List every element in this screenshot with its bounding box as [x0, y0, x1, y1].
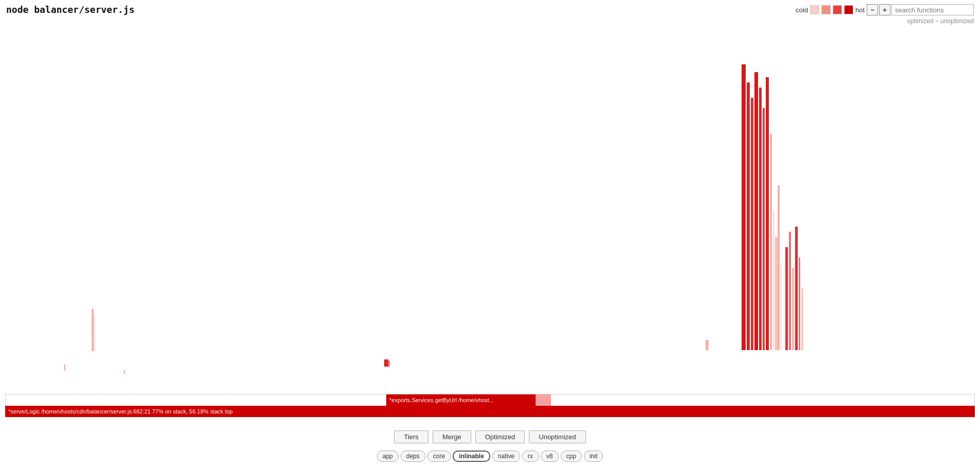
header: node balancer/server.js cold hot − + opt… [0, 0, 980, 27]
tag-button-init[interactable]: init [584, 451, 603, 462]
controls-right: cold hot − + optimized ~ unoptimized [796, 4, 974, 25]
tag-button-cpp[interactable]: cpp [561, 451, 582, 462]
svg-rect-10 [778, 185, 780, 350]
swatch-hot [844, 5, 853, 14]
tooltip-area: *exports.Services.getByUrl /home/vhost..… [0, 392, 980, 417]
swatch-light [821, 5, 831, 14]
search-input[interactable] [891, 4, 974, 15]
swatch-medium [833, 5, 842, 14]
svg-rect-20 [94, 317, 95, 351]
tag-button-deps[interactable]: deps [401, 451, 425, 462]
tag-button-core[interactable]: core [427, 451, 451, 462]
svg-rect-1 [747, 82, 750, 350]
zoom-in-button[interactable]: + [879, 4, 890, 15]
tag-button-native[interactable]: native [492, 451, 520, 462]
svg-rect-8 [773, 211, 775, 350]
heat-legend-row: cold hot − + [796, 4, 974, 15]
svg-rect-4 [759, 88, 762, 350]
tag-button-app[interactable]: app [377, 451, 399, 462]
hot-label: hot [855, 6, 865, 14]
swatch-lightest [810, 5, 819, 14]
zoom-out-button[interactable]: − [867, 4, 878, 15]
svg-rect-0 [742, 64, 746, 350]
svg-rect-14 [792, 268, 794, 350]
tooltip-secondary-text: *exports.Services.getByUrl /home/vhost..… [389, 397, 494, 403]
tiers-button[interactable]: Tiers [394, 430, 428, 443]
zoom-controls: − + [867, 4, 974, 15]
legend-label: optimized ~ unoptimized [907, 18, 974, 25]
optimized-button[interactable]: Optimized [475, 430, 525, 443]
cold-label: cold [796, 6, 808, 14]
svg-rect-15 [795, 227, 798, 350]
svg-rect-24 [387, 360, 390, 367]
merge-button[interactable]: Merge [433, 430, 471, 443]
svg-rect-22 [124, 370, 125, 374]
unoptimized-button[interactable]: Unoptimized [529, 430, 586, 443]
action-buttons-row: Tiers Merge Optimized Unoptimized [0, 426, 980, 445]
page-title: node balancer/server.js [6, 4, 134, 15]
bottom-section: *exports.Services.getByUrl /home/vhost..… [0, 394, 980, 466]
tooltip-secondary: *exports.Services.getByUrl /home/vhost..… [386, 394, 536, 406]
svg-rect-21 [64, 365, 65, 371]
svg-rect-19 [92, 309, 94, 351]
svg-rect-16 [799, 257, 800, 350]
flamegraph-svg [0, 31, 980, 394]
tag-button-inlinable[interactable]: inlinable [453, 451, 490, 462]
svg-rect-12 [785, 247, 788, 350]
tag-button-v8[interactable]: v8 [541, 451, 559, 462]
svg-rect-7 [770, 134, 772, 350]
svg-rect-2 [751, 98, 753, 350]
svg-rect-9 [775, 237, 778, 350]
svg-rect-11 [780, 263, 782, 350]
tags-row: appdepscoreinlinablenativerxv8cppinit [0, 451, 980, 462]
flamegraph-chart [0, 31, 980, 394]
svg-rect-5 [763, 108, 765, 350]
tag-button-rx[interactable]: rx [522, 451, 539, 462]
svg-rect-18 [706, 340, 709, 350]
svg-rect-6 [766, 77, 769, 350]
svg-rect-13 [789, 232, 791, 350]
svg-rect-17 [801, 288, 803, 350]
tooltip-main-text: *serverLogic /home/vhosts/cdn/balancer/s… [8, 408, 233, 415]
tooltip-pink-bar [536, 394, 551, 406]
tooltip-main: *serverLogic /home/vhosts/cdn/balancer/s… [5, 406, 975, 417]
svg-rect-3 [754, 72, 758, 350]
